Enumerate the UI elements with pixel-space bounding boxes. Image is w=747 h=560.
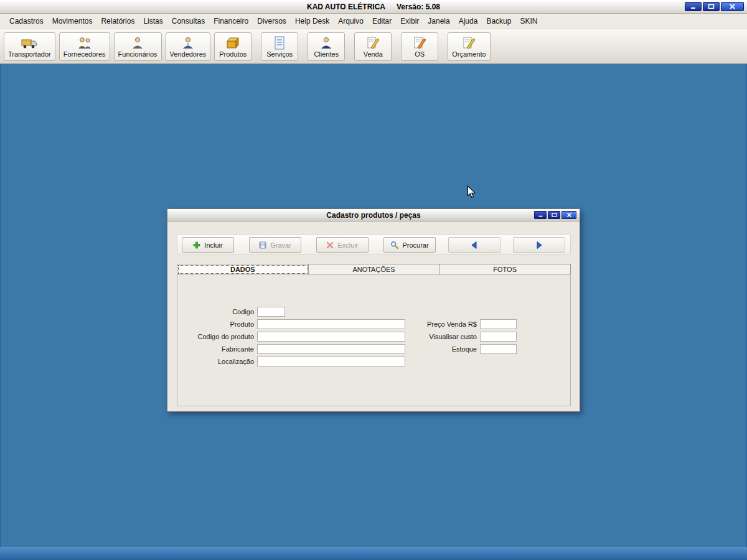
form-row: Codigo [177, 306, 285, 317]
excluir-button[interactable]: Excluir [316, 237, 369, 253]
menu-item-movimentos[interactable]: Movimentos [48, 14, 97, 29]
minimize-button[interactable] [685, 2, 702, 11]
dialog-close-button[interactable] [561, 211, 576, 219]
visualisar-custo-label: Visualisar custo [400, 333, 480, 340]
menu-item-help-desk[interactable]: Help Desk [291, 14, 334, 29]
gravar-button[interactable]: Gravar [249, 237, 301, 253]
window-controls [685, 2, 744, 11]
menu-item-arquivo[interactable]: Arquivo [334, 14, 368, 29]
red-x-icon [326, 241, 334, 249]
menu-item-editar[interactable]: Editar [368, 14, 396, 29]
menu-item-janela[interactable]: Janela [423, 14, 454, 29]
minimize-icon [690, 4, 697, 9]
form-row: Localização [177, 356, 405, 366]
preco-venda-input[interactable] [480, 319, 517, 329]
menu-item-listas[interactable]: Listas [139, 14, 167, 29]
form-row: Visualisar custo [400, 331, 517, 342]
toolbar-button-label: Vendedores [170, 50, 207, 58]
codigo-do-produto-label: Codigo do produto [177, 333, 257, 340]
app-version: Versão: 5.08 [397, 2, 440, 11]
produto-input[interactable] [257, 319, 405, 329]
menu-item-consultas[interactable]: Consultas [167, 14, 209, 29]
toolbar-button-funcionarios[interactable]: Funcionários [114, 32, 162, 61]
menu-item-exibir[interactable]: Exibir [396, 14, 423, 29]
arrow-right-icon [534, 241, 544, 250]
arrow-left-icon [469, 241, 479, 250]
os-pencil-icon [413, 35, 426, 50]
localizacao-input[interactable] [257, 357, 405, 366]
menu-item-backup[interactable]: Backup [482, 14, 515, 29]
codigo-label: Codigo [177, 308, 257, 315]
toolbar-button-venda[interactable]: Venda [354, 32, 392, 61]
dialog-title: Cadastro produtos / peças [326, 211, 420, 220]
next-record-button[interactable] [513, 237, 565, 253]
menu-item-ajuda[interactable]: Ajuda [454, 14, 482, 29]
visualisar-custo-input[interactable] [480, 332, 517, 342]
incluir-button[interactable]: Incluir [182, 237, 234, 253]
tab-fotos[interactable]: FOTOS [439, 264, 571, 275]
services-document-icon [273, 35, 286, 50]
produto-label: Produto [177, 320, 257, 328]
menu-bar: Cadastros Movimentos Relatórios Listas C… [0, 14, 747, 29]
mouse-cursor [467, 185, 476, 202]
dialog-minimize-button[interactable] [534, 211, 547, 219]
toolbar-button-servicos[interactable]: Serviços [261, 32, 298, 61]
maximize-icon [552, 213, 557, 217]
toolbar-button-label: Venda [364, 50, 383, 58]
toolbar-button-label: Transportador [8, 50, 51, 58]
toolbar-button-vendedores[interactable]: Vendedores [166, 32, 211, 61]
codigo-do-produto-input[interactable] [257, 332, 405, 342]
toolbar-button-clientes[interactable]: Clientes [308, 32, 345, 61]
fabricante-input[interactable] [257, 344, 405, 354]
toolbar-button-produtos[interactable]: Produtos [214, 32, 251, 61]
estoque-input[interactable] [480, 344, 517, 354]
maximize-button[interactable] [703, 2, 720, 11]
tab-anotacoes[interactable]: ANOTAÇÕES [308, 264, 440, 275]
form-row: Produto [177, 319, 405, 329]
menu-item-skin[interactable]: SKIN [515, 14, 542, 29]
window-bottom-frame [0, 548, 747, 560]
menu-item-financeiro[interactable]: Financeiro [209, 14, 253, 29]
toolbar-button-label: OS [415, 50, 425, 58]
close-icon [566, 213, 572, 217]
toolbar-button-os[interactable]: OS [401, 32, 438, 61]
maximize-icon [708, 4, 715, 9]
tab-dados[interactable]: DADOS [177, 264, 309, 275]
procurar-button-label: Procurar [402, 241, 428, 249]
dialog-title-bar[interactable]: Cadastro produtos / peças [167, 209, 580, 222]
close-button[interactable] [721, 2, 744, 11]
client-person-icon [319, 35, 333, 50]
menu-item-relatorios[interactable]: Relatórios [96, 14, 139, 29]
cadastro-produtos-dialog: Cadastro produtos / peças Incluir Gravar… [167, 208, 580, 412]
dialog-maximize-button[interactable] [548, 211, 560, 219]
toolbar-button-orcamento[interactable]: Orçamento [448, 32, 490, 61]
form-row: Estoque [400, 343, 517, 354]
budget-pencil-icon [462, 35, 476, 50]
magnifier-icon [390, 241, 398, 249]
toolbar-button-label: Orçamento [452, 50, 486, 58]
procurar-button[interactable]: Procurar [383, 237, 436, 253]
menu-item-diversos[interactable]: Diversos [253, 14, 291, 29]
form-row: Fabricante [177, 343, 405, 354]
truck-icon [21, 35, 37, 50]
title-bar[interactable]: KAD AUTO ELÉTRICA Versão: 5.08 [0, 0, 747, 14]
menu-item-cadastros[interactable]: Cadastros [5, 14, 48, 29]
dialog-window-controls [534, 211, 576, 219]
plus-icon [193, 241, 200, 249]
toolbar-button-transportador[interactable]: Transportador [4, 32, 55, 61]
form-row: Preço Venda R$ [400, 319, 517, 329]
toolbar-button-fornecedores[interactable]: Fornecedores [59, 32, 110, 61]
preco-venda-label: Preço Venda R$ [400, 320, 480, 328]
codigo-input[interactable] [257, 307, 285, 317]
app-title: KAD AUTO ELÉTRICA [307, 2, 385, 11]
employee-person-icon [131, 35, 144, 50]
form-row: Codigo do produto [177, 331, 405, 342]
floppy-disk-icon [259, 241, 266, 249]
sale-pencil-icon [366, 35, 380, 50]
incluir-button-label: Incluir [204, 241, 222, 249]
previous-record-button[interactable] [448, 237, 500, 253]
localizacao-label: Localização [177, 358, 257, 365]
salesperson-icon [181, 35, 195, 50]
excluir-button-label: Excluir [337, 241, 358, 249]
product-box-icon [225, 35, 240, 50]
